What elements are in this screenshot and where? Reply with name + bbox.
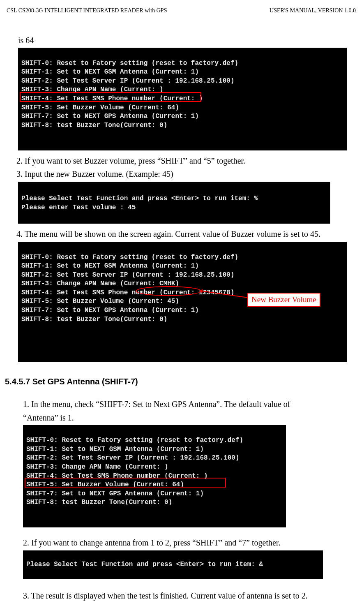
terminal-line: SHIFT-2: Set Test Server IP (Current : 1… (21, 77, 234, 85)
annotation-new-buzzer: New Buzzer Volume (247, 293, 320, 307)
terminal-line: SHIFT-2: Set Test Server IP (Current : 1… (21, 271, 234, 279)
terminal-line: SHIFT-1: Set to NEXT GSM Antenna (Curren… (21, 68, 199, 76)
terminal-screenshot-5: Please Select Test Function and press <E… (23, 550, 323, 579)
gps-step-1b: “Antenna” is 1. (23, 412, 356, 423)
section-heading-gps: 5.4.5.7 Set GPS Antenna (SHIFT-7) (5, 377, 356, 386)
terminal-line: SHIFT-5: Set Buzzer Volume (Current: 64) (21, 104, 179, 111)
terminal-line: SHIFT-0: Reset to Fatory setting (reset … (26, 437, 243, 444)
terminal-line: SHIFT-8: test Buzzer Tone(Current: 0) (21, 316, 167, 323)
terminal-line: SHIFT-3: Change APN Name (Current: ) (26, 463, 168, 471)
terminal-line: SHIFT-8: test Buzzer Tone(Current: 0) (26, 499, 172, 506)
terminal-line: Please enter Test volume : 45 (21, 204, 136, 211)
highlight-shift5 (20, 92, 201, 102)
terminal-line: SHIFT-1: Set to NEXT GSM Antenna (Curren… (26, 446, 204, 453)
gps-step-2: 2. If you want to change antenna from 1 … (23, 536, 356, 549)
terminal-line: SHIFT-1: Set to NEXT GSM Antenna (Curren… (21, 262, 199, 270)
terminal-screenshot-4: SHIFT-0: Reset to Fatory setting (reset … (23, 425, 286, 528)
terminal-line: SHIFT-8: test Buzzer Tone(Current: 0) (21, 122, 167, 129)
terminal-line: SHIFT-0: Reset to Fatory setting (reset … (21, 60, 238, 67)
highlight-ellipse-current45 (136, 286, 201, 296)
page-header: CSL CS208-3G INTELLIGENT INTEGRATED READ… (7, 7, 356, 14)
header-right: USER'S MANUAL, VERSION 1.0.0 (270, 7, 356, 14)
intro-text: is 64 (18, 35, 356, 46)
terminal-screenshot-2: Please Select Test Function and press <E… (18, 182, 330, 224)
step-3: 3. Input the new Buzzer volume. (Example… (16, 168, 356, 180)
highlight-shift7 (25, 478, 226, 488)
step-4: 4. The menu will be shown on the screen … (16, 228, 356, 240)
header-left: CSL CS208-3G INTELLIGENT INTEGRATED READ… (7, 7, 167, 14)
terminal-line: SHIFT-7: Set to NEXT GPS Antenna (Curren… (21, 113, 199, 120)
terminal-line: SHIFT-2: Set Test Server IP (Current : 1… (26, 454, 239, 462)
terminal-line: SHIFT-7: Set to NEXT GPS Antenna (Curren… (21, 307, 199, 314)
terminal-line: Please Select Test Function and press <E… (21, 195, 258, 202)
terminal-line: SHIFT-7: Set to NEXT GPS Antenna (Curren… (26, 490, 204, 497)
terminal-line: Please Select Test Function and press <E… (26, 561, 263, 568)
step-2: 2. If you want to set Buzzer volume, pre… (16, 155, 356, 167)
terminal-line: SHIFT-5: Set Buzzer Volume (Current: 45) (21, 298, 179, 305)
terminal-screenshot-3: SHIFT-0: Reset to Fatory setting (reset … (18, 242, 347, 362)
terminal-screenshot-1: SHIFT-0: Reset to Fatory setting (reset … (18, 48, 347, 150)
gps-step-1a: 1. In the menu, check “SHIFT-7: Set to N… (23, 398, 356, 410)
gps-step-3: 3. The result is displayed when the test… (23, 589, 356, 601)
terminal-line: SHIFT-0: Reset to Fatory setting (reset … (21, 254, 238, 261)
